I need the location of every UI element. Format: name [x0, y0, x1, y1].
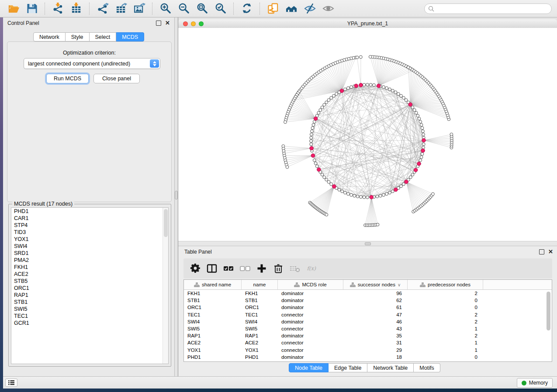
- first-neighbors-button[interactable]: [284, 1, 299, 16]
- node-table[interactable]: shared namenameMCDS rolesuccessor nodes∨…: [183, 279, 552, 362]
- add-column-button[interactable]: [254, 261, 269, 276]
- control-panel-close-button[interactable]: ✕: [165, 21, 170, 26]
- mcds-hub-node[interactable]: [377, 84, 381, 88]
- mcds-list-scrollbar[interactable]: [163, 208, 168, 364]
- network-graph[interactable]: [178, 28, 557, 241]
- table-row[interactable]: ORC1ORC1dominator610: [184, 304, 552, 311]
- table-row[interactable]: TEC1TEC1connector472: [184, 311, 552, 318]
- tab-edge-table[interactable]: Edge Table: [329, 363, 367, 372]
- import-table-button[interactable]: [69, 1, 84, 16]
- mcds-result-item[interactable]: STP4: [11, 222, 168, 229]
- mcds-hub-node[interactable]: [417, 162, 421, 166]
- column-header-MCDS-role[interactable]: MCDS role: [278, 280, 343, 289]
- column-settings-button[interactable]: [188, 261, 203, 276]
- panel-list-button[interactable]: [5, 378, 17, 387]
- mcds-result-item[interactable]: SWI4: [11, 243, 168, 250]
- mcds-result-item[interactable]: SWI5: [11, 306, 168, 313]
- table-row[interactable]: PHD1PHD1dominator180: [184, 354, 552, 361]
- mcds-scrollbar-thumb[interactable]: [164, 209, 168, 237]
- mcds-result-item[interactable]: PHD1: [11, 208, 168, 215]
- deselect-all-button[interactable]: [238, 261, 253, 276]
- table-row[interactable]: FKH1FKH1dominator962: [184, 290, 552, 297]
- search-input[interactable]: [436, 4, 551, 13]
- vertical-splitter[interactable]: [175, 17, 178, 376]
- table-panel-close-button[interactable]: ✕: [548, 249, 553, 254]
- zoom-in-button[interactable]: [158, 1, 173, 16]
- tab-network[interactable]: Network: [33, 32, 66, 41]
- tab-node-table[interactable]: Node Table: [289, 363, 329, 372]
- mcds-result-item[interactable]: FKH1: [11, 264, 168, 271]
- run-mcds-button[interactable]: Run MCDS: [46, 74, 89, 83]
- tab-select[interactable]: Select: [90, 32, 117, 41]
- select-all-button[interactable]: [221, 261, 236, 276]
- table-row[interactable]: SWI5SWI5connector431: [184, 325, 552, 332]
- control-panel-float-button[interactable]: [156, 21, 161, 26]
- import-network-button[interactable]: [51, 1, 66, 16]
- mcds-result-item[interactable]: PMA2: [11, 257, 168, 264]
- refresh-button[interactable]: [239, 1, 254, 16]
- zoom-out-button[interactable]: [176, 1, 191, 16]
- table-panel-float-button[interactable]: [539, 249, 544, 254]
- mcds-hub-node[interactable]: [311, 154, 315, 158]
- column-header-name[interactable]: name: [242, 280, 278, 289]
- mcds-result-item[interactable]: YOX1: [11, 236, 168, 243]
- mcds-hub-node[interactable]: [421, 149, 425, 153]
- mcds-result-item[interactable]: STB5: [11, 278, 168, 285]
- delete-column-button[interactable]: [271, 261, 286, 276]
- table-mode-button[interactable]: [204, 261, 219, 276]
- table-row[interactable]: ACE2ACE2connector311: [184, 339, 552, 346]
- mcds-hub-node[interactable]: [317, 168, 321, 172]
- show-all-button[interactable]: [321, 1, 336, 16]
- mcds-hub-node[interactable]: [405, 180, 408, 184]
- export-image-button[interactable]: [132, 1, 147, 16]
- mcds-result-item[interactable]: ACE2: [11, 271, 168, 278]
- column-header-shared-name[interactable]: shared name: [184, 280, 242, 289]
- mcds-result-item[interactable]: CAR1: [11, 215, 168, 222]
- zoom-fit-button[interactable]: [195, 1, 210, 16]
- network-view[interactable]: [178, 28, 557, 241]
- table-row[interactable]: RAP1RAP1dominator352: [184, 332, 552, 339]
- mcds-result-item[interactable]: RAP1: [11, 292, 168, 299]
- mcds-hub-node[interactable]: [340, 89, 344, 93]
- mcds-result-item[interactable]: TID3: [11, 229, 168, 236]
- mcds-hub-node[interactable]: [359, 83, 363, 87]
- table-scrollbar[interactable]: [546, 290, 551, 361]
- tab-style[interactable]: Style: [66, 32, 90, 41]
- mcds-hub-node[interactable]: [332, 185, 336, 189]
- table-row[interactable]: YOX1YOX1connector291: [184, 347, 552, 354]
- criterion-dropdown[interactable]: largest connected component (undirected): [24, 58, 160, 69]
- hide-selected-button[interactable]: [302, 1, 317, 16]
- splitter-grip[interactable]: [365, 242, 371, 245]
- mcds-result-item[interactable]: GCR1: [11, 320, 168, 327]
- table-row[interactable]: STB1STB1dominator620: [184, 297, 552, 304]
- mcds-result-list[interactable]: PHD1CAR1STP4TID3YOX1SWI4SRD1PMA2FKH1ACE2…: [11, 207, 169, 364]
- splitter-grip[interactable]: [175, 191, 178, 199]
- tab-motifs[interactable]: Motifs: [414, 363, 440, 372]
- horizontal-splitter[interactable]: [178, 241, 557, 246]
- mcds-result-item[interactable]: ORC1: [11, 285, 168, 292]
- mcds-result-item[interactable]: SRD1: [11, 250, 168, 257]
- tab-mcds[interactable]: MCDS: [116, 32, 144, 41]
- tab-network-table[interactable]: Network Table: [367, 363, 414, 372]
- column-header-successor-nodes[interactable]: successor nodes∨: [343, 280, 408, 289]
- table-row[interactable]: SWI4SWI4dominator462: [184, 318, 552, 325]
- mcds-hub-node[interactable]: [408, 103, 412, 107]
- mcds-hub-node[interactable]: [370, 195, 374, 199]
- close-panel-button[interactable]: Close panel: [93, 74, 140, 83]
- clone-network-button[interactable]: [266, 1, 280, 16]
- mcds-hub-node[interactable]: [414, 168, 418, 172]
- save-session-button[interactable]: [24, 1, 39, 16]
- mcds-hub-node[interactable]: [314, 117, 318, 120]
- export-network-button[interactable]: [95, 1, 110, 16]
- table-scrollbar-thumb[interactable]: [547, 292, 550, 330]
- memory-button[interactable]: Memory: [517, 378, 553, 388]
- mcds-hub-node[interactable]: [422, 138, 426, 142]
- mcds-hub-node[interactable]: [354, 84, 358, 88]
- mcds-result-item[interactable]: TEC1: [11, 313, 168, 320]
- mcds-hub-node[interactable]: [394, 188, 398, 192]
- export-table-button[interactable]: [114, 1, 128, 16]
- column-header-predecessor-nodes[interactable]: predecessor nodes: [408, 280, 483, 289]
- mcds-hub-node[interactable]: [310, 146, 314, 150]
- zoom-selected-button[interactable]: [213, 1, 228, 16]
- mcds-result-item[interactable]: STB1: [11, 299, 168, 306]
